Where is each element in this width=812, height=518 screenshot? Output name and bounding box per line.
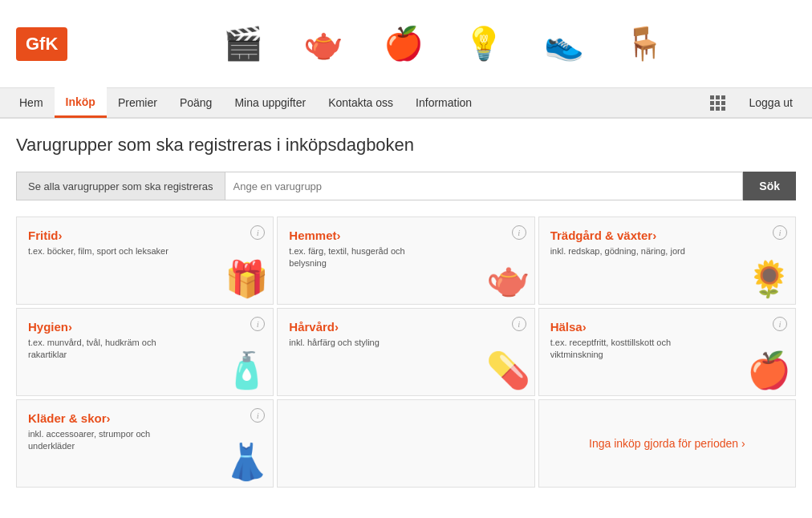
header-img-shoe: 👟 xyxy=(532,12,596,76)
info-icon-halsa[interactable]: i xyxy=(773,317,787,331)
main-nav: Hem Inköp Premier Poäng Mina uppgifter K… xyxy=(0,88,812,119)
category-title-harvard[interactable]: Hårvård› xyxy=(289,320,522,334)
search-label: Se alla varugrupper som ska registreras xyxy=(16,172,225,200)
card-image-hygien: 🧴 xyxy=(225,350,269,391)
nav-right: Logga ut xyxy=(706,87,805,118)
category-desc-halsa: t.ex. receptfritt, kosttillskott och vik… xyxy=(550,337,695,362)
info-icon-harvard[interactable]: i xyxy=(512,317,526,331)
category-grid: Fritid› t.ex. böcker, film, sport och le… xyxy=(16,217,796,488)
info-icon-klader[interactable]: i xyxy=(250,408,265,423)
card-image-harvard: 💊 xyxy=(486,350,530,391)
category-card-no-purchases: Inga inköp gjorda för perioden › xyxy=(538,399,796,488)
info-icon-hygien[interactable]: i xyxy=(250,317,265,331)
category-card-empty xyxy=(277,399,534,488)
search-input[interactable] xyxy=(225,172,744,200)
category-card-hemmet: Hemmet› t.ex. färg, textil, husgeråd och… xyxy=(277,217,534,305)
header-img-3d: 🎬 xyxy=(211,12,275,76)
category-title-klader[interactable]: Kläder & skor› xyxy=(28,411,262,425)
nav-item-mina[interactable]: Mina uppgifter xyxy=(223,87,317,118)
category-card-halsa: Hälsa› t.ex. receptfritt, kosttillskott … xyxy=(538,308,796,396)
nav-item-information[interactable]: Information xyxy=(404,87,483,118)
header-img-chair: 🪑 xyxy=(612,12,676,76)
category-title-hemmet[interactable]: Hemmet› xyxy=(289,229,522,242)
info-icon-tradgard[interactable]: i xyxy=(773,225,787,240)
card-image-tradgard: 🌻 xyxy=(747,258,791,300)
nav-item-poang[interactable]: Poäng xyxy=(168,87,223,118)
info-icon-hemmet[interactable]: i xyxy=(512,225,526,240)
category-title-halsa[interactable]: Hälsa› xyxy=(550,320,784,334)
header-img-lamp: 💡 xyxy=(452,12,516,76)
category-card-fritid: Fritid› t.ex. böcker, film, sport och le… xyxy=(16,217,274,305)
header-img-apple: 🍎 xyxy=(371,12,436,76)
category-card-tradgard: Trädgård & växter› inkl. redskap, gödnin… xyxy=(538,217,796,305)
nav-item-kontakta[interactable]: Kontakta oss xyxy=(317,87,404,118)
search-button[interactable]: Sök xyxy=(743,172,796,200)
category-desc-hemmet: t.ex. färg, textil, husgeråd och belysni… xyxy=(289,245,433,270)
category-title-tradgard[interactable]: Trädgård & växter› xyxy=(550,229,784,242)
grid-menu-icon[interactable] xyxy=(706,94,730,111)
info-icon-fritid[interactable]: i xyxy=(250,225,265,240)
card-image-klader: 👗 xyxy=(225,441,269,483)
search-bar: Se alla varugrupper som ska registreras … xyxy=(16,172,796,200)
category-desc-hygien: t.ex. munvård, tvål, hudkräm och rakarti… xyxy=(28,337,173,362)
no-purchases-link[interactable]: Inga inköp gjorda för perioden › xyxy=(589,437,745,450)
main-content: Varugrupper som ska registreras i inköps… xyxy=(0,119,812,518)
category-desc-tradgard: inkl. redskap, gödning, näring, jord xyxy=(550,245,695,257)
card-image-halsa: 🍎 xyxy=(747,350,791,391)
nav-item-hem[interactable]: Hem xyxy=(8,87,55,118)
header-banner: 🎬 🫖 🍎 💡 👟 🪑 xyxy=(91,12,796,76)
category-desc-klader: inkl. accessoarer, strumpor och underklä… xyxy=(28,428,173,453)
category-card-klader: Kläder & skor› inkl. accessoarer, strump… xyxy=(16,399,274,488)
category-desc-harvard: inkl. hårfärg och styling xyxy=(289,337,433,349)
gfk-logo: GfK xyxy=(16,27,67,61)
header: GfK 🎬 🫖 🍎 💡 👟 🪑 xyxy=(0,0,812,88)
nav-item-logout[interactable]: Logga ut xyxy=(738,87,805,118)
page-title: Varugrupper som ska registreras i inköps… xyxy=(16,135,796,156)
category-title-fritid[interactable]: Fritid› xyxy=(28,229,262,242)
category-title-hygien[interactable]: Hygien› xyxy=(28,320,262,334)
card-image-fritid: 🎁 xyxy=(225,258,269,300)
card-image-hemmet: 🫖 xyxy=(486,258,530,300)
nav-item-inkop[interactable]: Inköp xyxy=(55,87,107,118)
nav-item-premier[interactable]: Premier xyxy=(107,87,168,118)
category-card-harvard: Hårvård› inkl. hårfärg och styling i 💊 xyxy=(277,308,534,396)
header-img-teapot: 🫖 xyxy=(291,12,355,76)
category-card-hygien: Hygien› t.ex. munvård, tvål, hudkräm och… xyxy=(16,308,274,396)
category-desc-fritid: t.ex. böcker, film, sport och leksaker xyxy=(28,245,173,257)
